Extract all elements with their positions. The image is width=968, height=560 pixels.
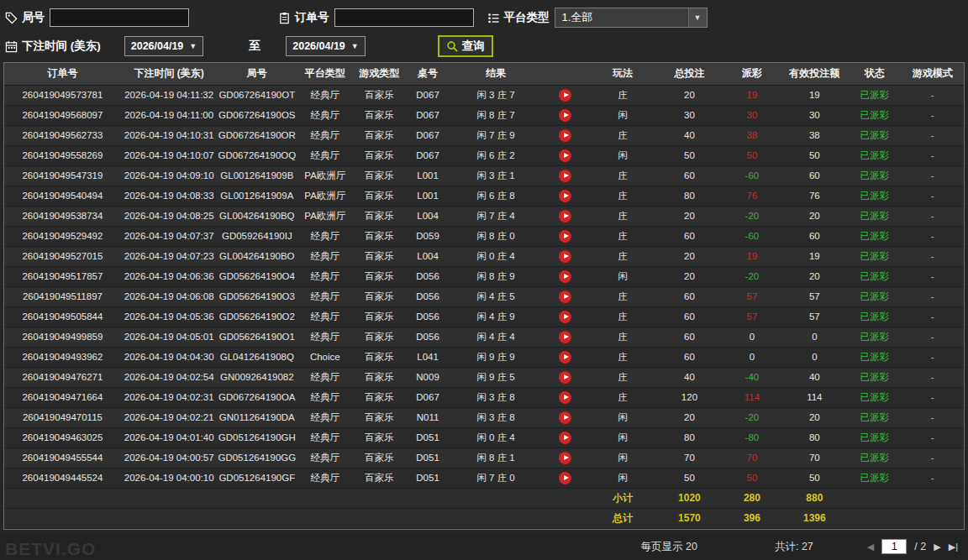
round-cell: GD051264190GG — [218, 447, 297, 468]
result-cell: 闲 3 庄 8 — [450, 387, 541, 407]
replay-button[interactable] — [559, 411, 571, 424]
page-number-input[interactable] — [881, 539, 907, 554]
mode-cell: - — [901, 427, 964, 447]
last-page-button[interactable]: ▶| — [949, 542, 958, 552]
play-icon — [564, 133, 569, 138]
play-cell: 庄 — [589, 246, 655, 266]
replay-button[interactable] — [559, 331, 571, 343]
time-cell: 2026-04-19 04:08:33 — [121, 186, 218, 206]
game-cell: 百家乐 — [354, 306, 405, 327]
replay-button[interactable] — [559, 109, 571, 122]
payout-cell: 38 — [723, 125, 781, 145]
clipboard-icon — [278, 12, 291, 24]
platform-cell: Choice — [297, 347, 353, 367]
result-cell: 闲 6 庄 8 — [450, 186, 541, 206]
replay-button[interactable] — [559, 250, 571, 263]
replay-cell — [541, 125, 589, 145]
mode-cell: - — [901, 145, 964, 165]
replay-button[interactable] — [559, 452, 571, 464]
column-header-round: 局号 — [218, 63, 297, 85]
time-cell: 2026-04-19 04:11:32 — [121, 85, 218, 105]
time-cell: 2026-04-19 04:04:30 — [121, 347, 218, 367]
table-row: 2604190494701152026-04-19 04:02:21GN0112… — [4, 407, 964, 427]
grand-total-row: 总计15703961396 — [4, 508, 964, 528]
replay-button[interactable] — [559, 89, 571, 102]
table-cell: D056 — [405, 306, 450, 327]
payout-cell: -40 — [723, 367, 781, 387]
replay-cell — [541, 226, 589, 246]
replay-button[interactable] — [559, 270, 571, 283]
replay-button[interactable] — [559, 129, 571, 142]
result-cell: 闲 8 庄 1 — [450, 447, 541, 468]
game-cell: 百家乐 — [354, 468, 405, 488]
result-cell: 闲 7 庄 9 — [450, 125, 541, 145]
replay-button[interactable] — [559, 190, 571, 202]
order-input[interactable] — [334, 8, 474, 27]
replay-button[interactable] — [559, 391, 571, 404]
prev-page-button[interactable]: ◀ — [867, 542, 874, 552]
date-from-picker[interactable]: 2026/04/19 ▼ — [124, 36, 203, 56]
round-input[interactable] — [50, 8, 189, 27]
subtotal-row-total-bet: 1020 — [656, 488, 723, 508]
replay-button[interactable] — [559, 149, 571, 162]
next-page-button[interactable]: ▶ — [934, 542, 940, 552]
bet-records-table-wrap: 订单号下注时间 (美东)局号平台类型游戏类型桌号结果玩法总投注派彩有效投注额状态… — [3, 62, 965, 530]
column-header-valid: 有效投注额 — [781, 63, 848, 85]
valid-cell: 50 — [781, 145, 848, 165]
table-cell: D067 — [405, 125, 450, 145]
search-button[interactable]: 查询 — [438, 35, 493, 57]
column-header-status: 状态 — [848, 63, 901, 85]
round-cell: GN011264190DA — [218, 407, 297, 427]
platform-cell: 经典厅 — [297, 407, 353, 427]
valid-cell: 76 — [781, 186, 848, 206]
tag-icon — [5, 12, 18, 24]
payout-cell: 19 — [723, 246, 781, 266]
replay-cell — [541, 266, 589, 286]
platform-select[interactable]: 1.全部 ▼ — [555, 8, 708, 28]
platform-cell: 经典厅 — [297, 286, 353, 306]
replay-button[interactable] — [559, 472, 571, 484]
replay-cell — [541, 206, 589, 226]
status-cell: 已派彩 — [848, 125, 901, 145]
total-cell: 40 — [656, 125, 723, 145]
valid-cell: 20 — [781, 407, 848, 427]
platform-cell: 经典厅 — [297, 125, 353, 145]
mode-cell: - — [901, 327, 964, 347]
search-button-label: 查询 — [462, 39, 485, 54]
play-icon — [564, 153, 569, 158]
order-cell: 260419049471664 — [4, 387, 121, 407]
status-cell: 已派彩 — [848, 387, 901, 407]
round-cell: GD059264190IJ — [218, 226, 297, 246]
replay-button[interactable] — [559, 311, 571, 323]
valid-cell: 57 — [781, 286, 848, 306]
table-cell: D056 — [405, 286, 450, 306]
result-cell: 闲 4 庄 4 — [450, 327, 541, 347]
table-row: 2604190494555442026-04-19 04:00:57GD0512… — [4, 447, 964, 468]
replay-button[interactable] — [559, 371, 571, 384]
payout-cell: 76 — [723, 186, 781, 206]
replay-button[interactable] — [559, 230, 571, 243]
mode-cell: - — [901, 85, 964, 105]
table-row: 2604190494716642026-04-19 04:02:31GD0672… — [4, 387, 964, 407]
date-to-picker[interactable]: 2026/04/19 ▼ — [286, 36, 365, 56]
list-icon — [487, 12, 500, 24]
replay-button[interactable] — [559, 210, 571, 222]
replay-button[interactable] — [559, 432, 571, 444]
replay-button[interactable] — [559, 290, 571, 303]
table-cell: L004 — [405, 206, 450, 226]
table-row: 2604190495058442026-04-19 04:05:36GD0562… — [4, 306, 964, 327]
order-cell: 260419049540494 — [4, 186, 121, 206]
time-cell: 2026-04-19 04:10:07 — [121, 145, 218, 165]
replay-cell — [541, 447, 589, 468]
platform-cell: 经典厅 — [297, 427, 353, 447]
play-icon — [564, 334, 569, 339]
mode-cell: - — [901, 226, 964, 246]
payout-cell: 57 — [723, 286, 781, 306]
table-row: 2604190494998592026-04-19 04:05:01GD0562… — [4, 327, 964, 347]
result-cell: 闲 3 庄 1 — [450, 165, 541, 186]
replay-button[interactable] — [559, 170, 571, 182]
replay-button[interactable] — [559, 351, 571, 364]
game-cell: 百家乐 — [354, 226, 405, 246]
total-cell: 80 — [656, 427, 723, 447]
table-cell: L001 — [405, 165, 450, 186]
